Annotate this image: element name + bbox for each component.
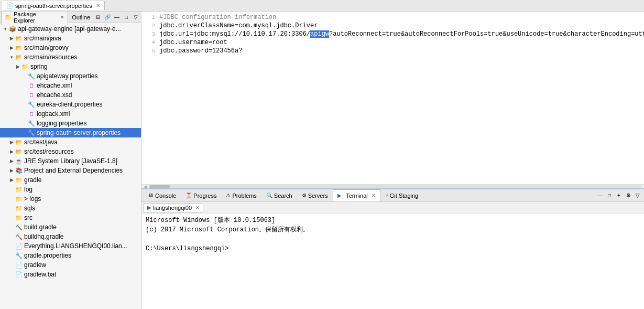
tree-item-ehcache-xml[interactable]: 🗒 ehcache.xml — [0, 81, 141, 90]
tree-item-logs-folder[interactable]: 📁 > logs — [0, 194, 141, 204]
tree-item-sqls-folder[interactable]: 📁 sqls — [0, 204, 141, 213]
maximize-button[interactable]: □ — [122, 13, 130, 22]
bottom-tab-progress[interactable]: ⏳ Progress — [181, 189, 221, 201]
gradlew-bat-label: gradlew.bat — [24, 271, 56, 278]
terminal-content[interactable]: Microsoft Windows [版本 10.0.15063] (c) 20… — [141, 214, 644, 309]
bottom-panel: 🖥 Console ⏳ Progress ⚠ Problems 🔍 Search — [141, 188, 644, 309]
tree-item-project[interactable]: ▾ 📦 api-gateway-engine [api-gateway-e... — [0, 24, 141, 34]
panel-tab-outline[interactable]: Outline — [68, 13, 94, 22]
close-tab-icon[interactable]: ✕ — [60, 15, 64, 20]
servers-icon: ⚙ — [302, 193, 307, 198]
properties-file-icon: 🔧 — [27, 73, 36, 80]
bottom-tab-git-staging[interactable]: ⑂ Git Staging — [380, 189, 423, 201]
tree-item-spring-oauth-props[interactable]: 🔧 spring-oauth-server.properties — [0, 128, 141, 137]
tree-item-src-main-resources[interactable]: ▾ 📂 src/main/resources — [0, 52, 141, 62]
expand-arrow: ▶ — [8, 36, 15, 41]
terminal-settings-button[interactable]: ⚙ — [624, 191, 632, 200]
minimize-bottom-button[interactable]: — — [596, 191, 604, 200]
log-folder-label: log — [24, 186, 32, 193]
src-folder-icon: 📂 — [15, 35, 23, 42]
panel-tab-icons: ⊟ 🔗 — □ ▽ — [94, 13, 140, 22]
h-scrollbar[interactable]: ◀ — [141, 184, 644, 188]
tree-item-logging-props[interactable]: 🔧 logging.properties — [0, 119, 141, 128]
sqls-folder-label: sqls — [24, 205, 35, 212]
editor-tab-spring-oauth[interactable]: 📄 spring-oauth-server.properties ✕ — [2, 1, 105, 10]
terminal-session-tab[interactable]: ▶ liangshengqi00 ✕ — [144, 203, 203, 212]
terminal-area: ▶ liangshengqi00 ✕ Microsoft Windows [版本… — [141, 202, 644, 309]
terminal-line-4: C:\Users\liangshengqi> — [146, 244, 640, 253]
gradle-props-label: gradle.properties — [24, 252, 71, 259]
tree-item-everything-file[interactable]: 📄 Everything.LIANGSHENGQI00.lian... — [0, 241, 141, 251]
bottom-tab-servers[interactable]: ⚙ Servers — [297, 189, 333, 201]
code-line-5: 5 jdbc.password=123456a? — [141, 47, 644, 56]
bottom-tab-search[interactable]: 🔍 Search — [261, 189, 297, 201]
editor-tab-bar: 📄 spring-oauth-server.properties ✕ — [0, 0, 644, 12]
tree-item-logback-xml[interactable]: 🗒 logback.xml — [0, 109, 141, 119]
scrollbar-track[interactable] — [149, 185, 642, 188]
close-icon[interactable]: ✕ — [96, 3, 100, 8]
editor-content[interactable]: 1 #JDBC configuration information 2 jdbc… — [141, 12, 644, 184]
tree-item-src-test-resources[interactable]: ▶ 📂 src/test/resources — [0, 147, 141, 156]
code-line-3: 3 jdbc.url=jdbc:mysql://10.110.17.20:330… — [141, 30, 644, 39]
collapse-all-button[interactable]: ⊟ — [94, 13, 102, 22]
tree-item-ehcache-xsd[interactable]: 🗒 ehcache.xsd — [0, 90, 141, 100]
tree-item-gradlew[interactable]: 📄 gradlew — [0, 260, 141, 270]
tree-item-src-test-java[interactable]: ▶ 📂 src/test/java — [0, 137, 141, 147]
folder-icon: 📁 — [15, 177, 23, 184]
tree-item-gradle-props[interactable]: 🔧 gradle.properties — [0, 251, 141, 260]
bottom-view-menu-button[interactable]: ▽ — [634, 191, 642, 200]
eureka-props-label: eureka-client.properties — [37, 101, 102, 108]
spring-oauth-props-label: spring-oauth-server.properties — [37, 129, 121, 136]
tree-item-build-gradle[interactable]: 🔨 build.gradle — [0, 222, 141, 232]
scrollbar-thumb[interactable] — [149, 185, 170, 188]
tree-item-gradlew-bat[interactable]: 📄 gradlew.bat — [0, 270, 141, 279]
src-folder-icon: 📂 — [15, 139, 23, 146]
new-terminal-button[interactable]: + — [615, 191, 623, 200]
jre-icon: ☕ — [15, 158, 23, 165]
gradle-folder-label: gradle — [24, 176, 41, 184]
tree-item-apigateway-props[interactable]: 🔧 apigateway.properties — [0, 71, 141, 81]
tree-item-src-main-groovy[interactable]: ▶ 📂 src/main/groovy — [0, 43, 141, 52]
tree-item-jre[interactable]: ▶ ☕ JRE System Library [JavaSE-1.8] — [0, 156, 141, 166]
editor-tab-label: spring-oauth-server.properties — [15, 3, 92, 9]
terminal-line-3 — [146, 235, 640, 244]
tree-container[interactable]: ▾ 📦 api-gateway-engine [api-gateway-e...… — [0, 23, 141, 309]
terminal-session-icon: ▶ — [147, 205, 151, 210]
tree-item-spring[interactable]: ▶ 📁 spring — [0, 62, 141, 71]
bottom-tab-console[interactable]: 🖥 Console — [144, 189, 181, 201]
ide-container: 📄 spring-oauth-server.properties ✕ 📁 Pac… — [0, 0, 644, 309]
logs-folder-label: > logs — [24, 195, 41, 203]
line-number: 2 — [144, 23, 155, 29]
bottom-tab-problems[interactable]: ⚠ Problems — [221, 189, 261, 201]
expand-arrow: ▾ — [8, 55, 15, 60]
tree-item-log-folder[interactable]: 📁 log — [0, 185, 141, 194]
bottom-tab-icons: — □ + ⚙ ▽ — [596, 191, 642, 200]
maximize-bottom-button[interactable]: □ — [605, 191, 614, 200]
terminal-session-close[interactable]: ✕ — [195, 205, 200, 210]
xsd-file-icon: 🗒 — [27, 92, 36, 98]
tree-item-deps[interactable]: ▶ 📚 Project and External Dependencies — [0, 166, 141, 175]
project-label: api-gateway-engine [api-gateway-e... — [18, 25, 121, 33]
src-folder-icon: 📂 — [15, 148, 23, 155]
tree-item-eureka-props[interactable]: 🔧 eureka-client.properties — [0, 100, 141, 109]
line-number: 1 — [144, 14, 155, 20]
view-menu-button[interactable]: ▽ — [132, 13, 140, 22]
tree-item-gradle-folder[interactable]: ▶ 📁 gradle — [0, 175, 141, 185]
code-text: jdbc.password=123456a? — [159, 47, 642, 55]
left-panel: 📁 Package Explorer ✕ Outline ⊟ 🔗 — □ ▽ — [0, 12, 141, 309]
minimize-button[interactable]: — — [113, 13, 121, 22]
package-explorer-icon: 📁 — [5, 14, 12, 20]
ehcache-xml-label: ehcache.xml — [37, 82, 72, 89]
properties-file-icon: 🔧 — [27, 120, 36, 127]
link-editor-button[interactable]: 🔗 — [103, 13, 112, 22]
tree-item-src-folder[interactable]: 📁 src — [0, 213, 141, 222]
scroll-left-arrow[interactable]: ◀ — [144, 184, 147, 189]
bottom-tab-terminal[interactable]: ▶_ Terminal ✕ — [333, 189, 380, 201]
tree-item-buildhq-gradle[interactable]: 🔨 buildhq.gradle — [0, 232, 141, 241]
code-text: jdbc.driverClassName=com.mysql.jdbc.Driv… — [159, 22, 642, 29]
terminal-tab-close[interactable]: ✕ — [372, 193, 376, 198]
buildhq-gradle-label: buildhq.gradle — [24, 233, 63, 240]
console-tab-label: Console — [155, 193, 176, 199]
line-number: 4 — [144, 39, 155, 46]
tree-item-src-main-java[interactable]: ▶ 📂 src/main/java — [0, 34, 141, 43]
